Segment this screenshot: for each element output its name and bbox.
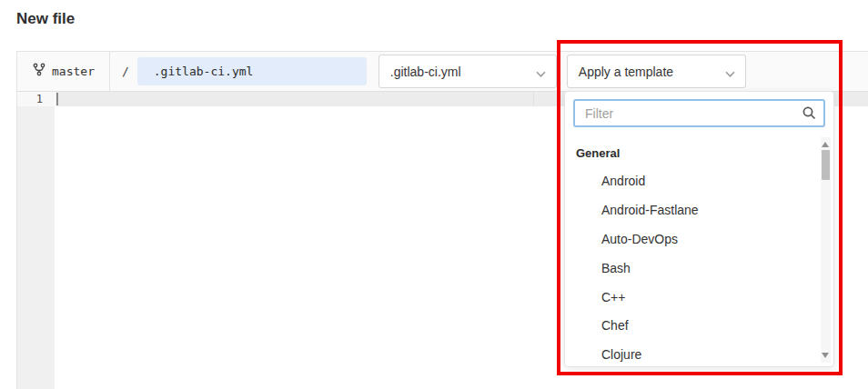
file-type-select-value: .gitlab-ci.yml xyxy=(390,65,461,79)
chevron-down-icon xyxy=(725,65,735,80)
new-file-page: New file master / .gitl xyxy=(0,0,868,389)
template-item-bash[interactable]: Bash xyxy=(601,260,811,276)
line-number: 1 xyxy=(17,92,55,106)
chevron-down-icon xyxy=(536,65,546,80)
scrollbar-down-arrow-icon[interactable] xyxy=(822,353,829,358)
apply-template-select-value: Apply a template xyxy=(579,65,673,79)
dropdown-scrollbar[interactable] xyxy=(821,137,831,363)
scrollbar-thumb[interactable] xyxy=(822,150,830,180)
path-separator: / xyxy=(110,65,137,78)
text-cursor xyxy=(56,93,58,105)
scrollbar-up-arrow-icon[interactable] xyxy=(822,142,829,147)
branch-name: master xyxy=(52,65,95,78)
template-group-general: General xyxy=(576,145,620,162)
apply-template-select[interactable]: Apply a template xyxy=(567,55,746,88)
template-item-chef[interactable]: Chef xyxy=(601,317,811,334)
editor-seam-line xyxy=(533,92,534,106)
file-toolbar: master / .gitlab-ci.yml Apply a template xyxy=(17,52,868,92)
template-filter xyxy=(573,99,825,127)
git-branch-icon xyxy=(33,63,45,80)
template-item-clojure[interactable]: Clojure xyxy=(601,346,811,363)
template-item-android-fastlane[interactable]: Android-Fastlane xyxy=(601,202,811,218)
template-item-android[interactable]: Android xyxy=(601,173,811,189)
editor-gutter: 1 xyxy=(17,92,55,389)
template-filter-input[interactable] xyxy=(573,99,825,127)
template-item-cpp[interactable]: C++ xyxy=(601,289,811,305)
file-type-select[interactable]: .gitlab-ci.yml xyxy=(378,55,557,88)
page-title: New file xyxy=(16,10,75,28)
template-item-auto-devops[interactable]: Auto-DevOps xyxy=(601,231,811,247)
branch-indicator: master xyxy=(17,52,109,91)
filename-input[interactable] xyxy=(137,57,367,85)
search-icon xyxy=(802,105,817,125)
template-dropdown-panel: General Android Android-Fastlane Auto-De… xyxy=(564,91,834,367)
